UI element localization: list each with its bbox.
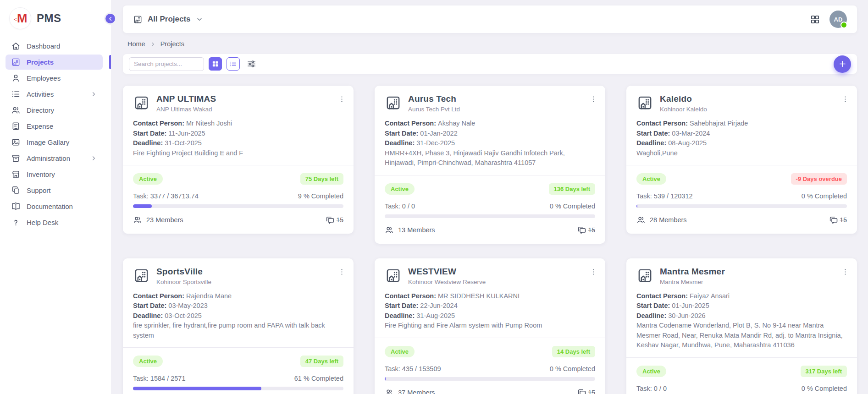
sidebar-item-inventory[interactable]: Inventory — [6, 167, 103, 182]
chevron-right-icon — [90, 91, 97, 98]
sidebar-item-expense[interactable]: Expense — [6, 119, 103, 134]
sidebar-item-label: Inventory — [27, 170, 55, 178]
sidebar-item-label: Employees — [27, 74, 61, 82]
members-count: 28 Members — [650, 216, 687, 224]
sidebar-item-image-gallary[interactable]: Image Gallary — [6, 135, 103, 150]
dots-vertical-icon — [589, 95, 598, 104]
users-icon — [636, 215, 646, 224]
chevron-right-icon — [150, 41, 156, 47]
days-badge: 14 Days left — [552, 346, 595, 357]
help-icon — [11, 218, 21, 227]
project-filter-dropdown[interactable]: All Projects — [133, 15, 203, 24]
avatar-initials: AD — [834, 16, 843, 23]
filter-button[interactable] — [246, 59, 257, 69]
project-card[interactable]: Kaleido Kohinoor Kaleido Contact Person:… — [626, 86, 857, 234]
start-date-value: 01-Jan-2022 — [420, 130, 457, 137]
chevron-left-icon — [107, 16, 114, 22]
messages-button[interactable]: 15 — [577, 225, 595, 235]
days-badge: 136 Days left — [549, 183, 596, 195]
messages-button[interactable]: 15 — [577, 388, 595, 394]
breadcrumb-home[interactable]: Home — [127, 40, 145, 48]
deadline-value: 31-Aug-2025 — [416, 312, 455, 319]
project-title: Kaleido — [660, 94, 707, 104]
messages-button[interactable]: 15 — [325, 215, 343, 224]
grid-view-button[interactable] — [209, 57, 222, 71]
image-icon — [11, 137, 21, 147]
top-bar: All Projects AD — [123, 5, 857, 33]
main-content: All Projects AD Home Projects — [111, 0, 868, 394]
messages-button[interactable]: 15 — [829, 215, 847, 224]
task-count: Task: 539 / 120312 — [636, 192, 693, 200]
start-date-value: 11-Jun-2025 — [168, 130, 205, 137]
project-card[interactable]: SportsVille Kohinoor Sportsville Contact… — [123, 258, 354, 394]
sidebar-item-support[interactable]: Support — [6, 183, 103, 198]
task-count: Task: 435 / 153509 — [385, 365, 441, 372]
sliders-icon — [246, 59, 257, 69]
status-badge: Active — [385, 183, 415, 195]
sidebar-collapse-button[interactable] — [104, 12, 116, 25]
sidebar-item-projects[interactable]: Projects — [6, 55, 103, 70]
project-card[interactable]: Mantra Mesmer Mantra Mesmer Contact Pers… — [626, 258, 857, 394]
card-menu-button[interactable] — [588, 94, 599, 104]
building-icon — [133, 94, 150, 111]
completed-percent: 0 % Completed — [802, 192, 847, 200]
sidebar-item-administration[interactable]: Administration — [6, 151, 103, 166]
project-description: fire sprinkler, fire hydrant,fire pump r… — [133, 321, 343, 340]
apps-button[interactable] — [810, 14, 820, 25]
add-project-button[interactable] — [834, 55, 851, 73]
project-card[interactable]: ANP ULTIMAS ANP Ultimas Wakad Contact Pe… — [123, 86, 354, 234]
project-title: Mantra Mesmer — [660, 267, 725, 277]
days-badge: 47 Days left — [300, 356, 343, 367]
deadline-value: 31-Oct-2025 — [165, 139, 202, 147]
sidebar: M PMS Dashboard Projects Employees Activ… — [0, 0, 111, 394]
sidebar-item-label: Image Gallary — [27, 138, 69, 146]
project-card[interactable]: WESTVIEW Kohinoor Westview Reserve Conta… — [375, 258, 605, 394]
messages-count: 15 — [840, 216, 847, 224]
sidebar-item-label: Expense — [27, 122, 53, 130]
progress-fill — [133, 204, 152, 208]
card-divider — [123, 165, 354, 165]
sidebar-item-help-desk[interactable]: Help Desk — [6, 215, 103, 230]
card-menu-button[interactable] — [337, 94, 347, 104]
status-badge: Active — [636, 173, 666, 185]
plus-icon — [838, 60, 847, 68]
start-date-label: Start Date: — [385, 302, 418, 309]
task-count: Task: 3377 / 36713.74 — [133, 192, 199, 200]
search-input[interactable] — [129, 57, 204, 71]
contact-label: Contact Person: — [133, 120, 184, 127]
chat-icon — [325, 215, 334, 224]
logo-icon: M — [9, 7, 31, 29]
card-menu-button[interactable] — [840, 267, 851, 277]
sidebar-item-directory[interactable]: Directory — [6, 103, 103, 118]
members-count: 37 Members — [398, 389, 435, 394]
building-icon — [385, 267, 402, 284]
dots-vertical-icon — [337, 95, 346, 104]
apps-icon — [810, 14, 820, 25]
days-badge: -9 Days overdue — [791, 173, 847, 185]
card-menu-button[interactable] — [337, 267, 347, 277]
dots-vertical-icon — [841, 268, 850, 276]
start-date-value: 03-Mar-2024 — [672, 130, 710, 137]
start-date-label: Start Date: — [133, 130, 166, 137]
progress-bar — [133, 387, 343, 390]
messages-count: 15 — [588, 389, 595, 394]
sidebar-item-documentation[interactable]: Documentation — [6, 199, 103, 214]
contact-value: Rajendra Mane — [186, 292, 232, 300]
chat-icon — [577, 225, 586, 235]
contact-value: Sahebhajrat Pirjade — [690, 120, 748, 127]
card-menu-button[interactable] — [840, 94, 851, 104]
building-icon — [133, 15, 143, 24]
sidebar-item-dashboard[interactable]: Dashboard — [6, 38, 103, 54]
start-date-label: Start Date: — [133, 302, 166, 309]
completed-percent: 9 % Completed — [298, 192, 343, 200]
sidebar-item-employees[interactable]: Employees — [6, 71, 103, 86]
list-view-button[interactable] — [227, 57, 240, 71]
sidebar-item-activities[interactable]: Activities — [6, 87, 103, 102]
project-card[interactable]: Aurus Tech Aurus Tech Pvt Ltd Contact Pe… — [375, 86, 605, 244]
card-menu-button[interactable] — [588, 267, 599, 277]
project-title: WESTVIEW — [408, 267, 486, 277]
completed-percent: 0 % Completed — [550, 202, 595, 210]
completed-percent: 61 % Completed — [294, 375, 343, 382]
progress-fill — [385, 377, 386, 381]
avatar[interactable]: AD — [829, 11, 847, 28]
